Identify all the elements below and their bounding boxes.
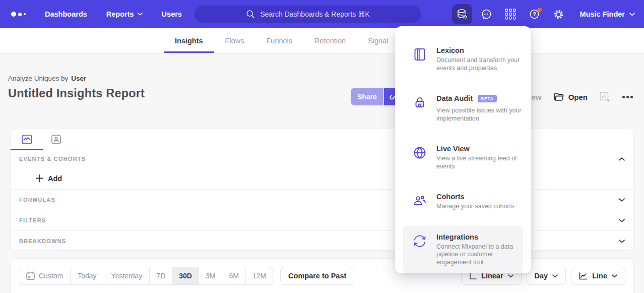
grid-icon: [505, 9, 516, 20]
search-input[interactable]: Search Dashboards & Reports ⌘K: [195, 6, 421, 23]
search-icon: [246, 10, 255, 19]
menu-item-lexicon[interactable]: Lexicon Document and transform your even…: [403, 39, 523, 79]
settings-button[interactable]: [549, 4, 569, 24]
tab-retention[interactable]: Retention: [303, 28, 357, 53]
feedback-button[interactable]: [476, 4, 496, 24]
calendar-icon: [26, 271, 35, 280]
top-nav: Dashboards Reports Users Search Dashboar…: [0, 0, 644, 28]
chart-type-dropdown[interactable]: Line: [571, 267, 625, 285]
mixpanel-logo-icon[interactable]: [11, 12, 26, 17]
chevron-up-icon[interactable]: [619, 157, 625, 161]
search-placeholder: Search Dashboards & Reports ⌘K: [260, 10, 369, 18]
insights-chart-icon: [22, 135, 32, 144]
speech-bubble-icon: [480, 8, 492, 20]
chevron-down-icon: [138, 13, 143, 16]
formulas-section-header[interactable]: FORMULAS: [11, 189, 633, 210]
tab-flows[interactable]: Flows: [214, 28, 255, 53]
chevron-down-icon: [629, 13, 635, 16]
share-button[interactable]: Share: [351, 88, 383, 105]
chevron-down-icon[interactable]: [619, 219, 625, 222]
range-6m[interactable]: 6M: [222, 267, 245, 284]
chevron-down-icon: [508, 274, 513, 278]
line-chart-icon: [579, 272, 588, 280]
range-custom[interactable]: Custom: [19, 267, 70, 284]
data-management-button[interactable]: [452, 4, 472, 24]
database-gear-icon: [456, 8, 468, 20]
menu-item-integrations[interactable]: Integrations Connect Mixpanel to a data …: [403, 226, 523, 274]
tab-insights[interactable]: Insights: [164, 28, 214, 53]
chevron-down-icon: [552, 274, 558, 278]
interval-dropdown[interactable]: Day: [527, 267, 566, 285]
more-options-button[interactable]: [622, 96, 633, 98]
tab-signal[interactable]: Signal: [357, 28, 399, 53]
chart-toolbar: Custom Today Yesterday 7D 30D 3M 6M 12M …: [11, 259, 633, 285]
events-cohorts-section-header[interactable]: EVENTS & COHORTS: [11, 150, 633, 167]
report-actions: New Open: [526, 89, 633, 105]
plus-icon: [36, 174, 43, 182]
report-title[interactable]: Untitled Insights Report: [8, 87, 145, 100]
integrations-sync-icon: [413, 233, 428, 267]
report-tabbar: Insights Flows Funnels Retention Signal …: [0, 28, 644, 53]
project-selector[interactable]: Music Finder: [580, 10, 635, 18]
open-report-button[interactable]: Open: [554, 92, 588, 101]
add-to-dashboard-button[interactable]: [600, 92, 610, 102]
range-yesterday[interactable]: Yesterday: [104, 267, 150, 284]
nav-reports[interactable]: Reports: [106, 10, 143, 18]
analysis-subtitle: Analyze Uniques byUser: [8, 75, 145, 82]
range-today[interactable]: Today: [70, 267, 103, 284]
user-profile-icon: [51, 135, 61, 144]
range-3m[interactable]: 3M: [199, 267, 222, 284]
query-builder-card: EVENTS & COHORTS Add FORMULAS FILTERS BR…: [10, 129, 634, 251]
gear-icon: [553, 9, 564, 20]
metrics-view-tab[interactable]: [11, 129, 43, 150]
folder-icon: [554, 92, 564, 101]
help-button[interactable]: ?: [525, 4, 545, 24]
menu-item-data-audit[interactable]: Data Audit BETA View possible issues wit…: [403, 87, 523, 130]
data-audit-lock-icon: [413, 94, 428, 123]
breakdowns-section-header[interactable]: BREAKDOWNS: [11, 230, 633, 251]
profiles-view-tab[interactable]: [43, 129, 69, 150]
menu-item-live-view[interactable]: Live View View a live streaming feed of …: [403, 138, 523, 178]
builder-view-tabs: [11, 129, 633, 150]
menu-item-cohorts[interactable]: Cohorts Manage your saved cohorts: [403, 186, 523, 218]
chart-add-icon: [600, 92, 610, 102]
apps-grid-button[interactable]: [500, 4, 521, 24]
analysis-entity-selector[interactable]: User: [71, 75, 86, 82]
nav-users[interactable]: Users: [162, 10, 182, 18]
filters-section-header[interactable]: FILTERS: [11, 210, 633, 230]
data-management-menu: Lexicon Document and transform your even…: [395, 26, 531, 273]
tab-funnels[interactable]: Funnels: [255, 28, 303, 53]
chart-card: Custom Today Yesterday 7D 30D 3M 6M 12M …: [10, 258, 634, 293]
nav-dashboards[interactable]: Dashboards: [45, 10, 87, 18]
range-30d[interactable]: 30D: [172, 267, 199, 284]
svg-text:?: ?: [533, 11, 536, 17]
beta-badge: BETA: [478, 95, 497, 102]
cohorts-people-icon: [413, 193, 428, 211]
live-view-globe-icon: [413, 145, 428, 170]
add-event-button[interactable]: Add: [11, 167, 633, 189]
chevron-down-icon[interactable]: [619, 240, 625, 243]
lexicon-book-icon: [413, 46, 428, 72]
compare-to-past-button[interactable]: Compare to Past: [280, 267, 354, 285]
range-7d[interactable]: 7D: [149, 267, 172, 284]
report-header: Analyze Uniques byUser Untitled Insights…: [8, 75, 145, 100]
chevron-down-icon: [612, 274, 617, 278]
chevron-down-icon[interactable]: [619, 198, 625, 202]
range-12m[interactable]: 12M: [245, 267, 273, 284]
date-range-control: Custom Today Yesterday 7D 30D 3M 6M 12M: [19, 267, 273, 285]
notification-dot: [537, 8, 542, 12]
